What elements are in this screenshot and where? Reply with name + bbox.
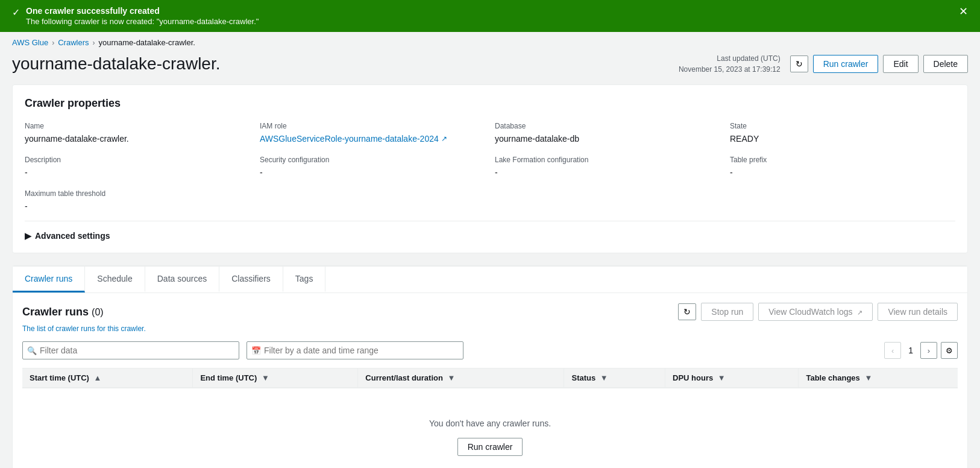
col-end-time[interactable]: End time (UTC) ▼ [193, 368, 358, 388]
lake-formation-label: Lake Formation configuration [495, 156, 720, 164]
run-crawler-header-button[interactable]: Run crawler [813, 55, 879, 73]
runs-refresh-icon: ↻ [683, 307, 691, 317]
success-icon: ✓ [12, 7, 20, 18]
run-crawler-empty-button[interactable]: Run crawler [457, 438, 523, 456]
property-description: Description - [25, 156, 250, 177]
col-dpu-hours[interactable]: DPU hours ▼ [665, 368, 799, 388]
calendar-icon: 📅 [251, 346, 261, 355]
external-link-icon: ↗ [441, 134, 447, 143]
col-dpu-hours-label: DPU hours [673, 373, 713, 382]
advanced-settings-arrow: ▶ [25, 231, 31, 241]
table-prefix-value: - [730, 168, 955, 177]
view-cloudwatch-button[interactable]: View CloudWatch logs ↗ [758, 303, 873, 321]
property-table-prefix: Table prefix - [730, 156, 955, 177]
tab-tags[interactable]: Tags [283, 267, 326, 292]
sort-dpu-icon: ▼ [718, 373, 726, 382]
last-updated-value: November 15, 2023 at 17:39:12 [679, 64, 781, 75]
col-start-time-label: Start time (UTC) [30, 373, 89, 382]
runs-title: Crawler runs (0) [22, 306, 104, 318]
name-label: Name [25, 122, 250, 130]
runs-actions: ↻ Stop run View CloudWatch logs ↗ View r… [678, 303, 958, 321]
external-icon-cloudwatch: ↗ [857, 309, 862, 316]
lake-formation-value: - [495, 168, 720, 177]
edit-button[interactable]: Edit [883, 55, 918, 73]
runs-subtitle: The list of crawler runs for this crawle… [22, 324, 958, 333]
advanced-settings-toggle[interactable]: ▶ Advanced settings [25, 221, 955, 241]
runs-section: Crawler runs (0) ↻ Stop run View CloudWa… [12, 293, 968, 468]
banner-subtitle: The following crawler is now created: "y… [26, 17, 259, 26]
pagination-wrap: ‹ 1 › ⚙ [884, 342, 958, 359]
banner-text: One crawler successfully created The fol… [26, 6, 259, 26]
tab-schedule[interactable]: Schedule [85, 267, 145, 292]
col-table-changes[interactable]: Table changes ▼ [799, 368, 958, 388]
tab-crawler-runs[interactable]: Crawler runs [13, 267, 85, 292]
settings-icon: ⚙ [946, 346, 953, 355]
security-value: - [260, 168, 485, 177]
banner-title: One crawler successfully created [26, 6, 259, 16]
properties-card: Crawler properties Name yourname-datalak… [12, 84, 968, 253]
page-title: yourname-datalake-crawler. [12, 54, 221, 74]
search-icon: 🔍 [27, 346, 37, 355]
empty-state: You don't have any crawler runs. Run cra… [30, 394, 950, 468]
filter-row: 🔍 📅 ‹ 1 › ⚙ [22, 341, 958, 359]
col-duration[interactable]: Current/last duration ▼ [358, 368, 564, 388]
page-number: 1 [905, 346, 917, 355]
property-security: Security configuration - [260, 156, 485, 177]
col-table-changes-label: Table changes [806, 373, 859, 382]
view-run-details-button[interactable]: View run details [878, 303, 958, 321]
delete-button[interactable]: Delete [923, 55, 968, 73]
close-banner-button[interactable]: ✕ [959, 6, 968, 17]
success-banner: ✓ One crawler successfully created The f… [0, 0, 980, 32]
sort-start-time-icon: ▲ [94, 373, 102, 382]
description-label: Description [25, 156, 250, 164]
breadcrumb-sep-2: › [93, 39, 95, 47]
tabs-nav: Crawler runs Schedule Data sources Class… [13, 266, 967, 292]
col-start-time[interactable]: Start time (UTC) ▲ [22, 368, 193, 388]
database-value: yourname-datalake-db [495, 134, 720, 144]
next-page-button[interactable]: › [920, 342, 937, 359]
breadcrumb: AWS Glue › Crawlers › yourname-datalake-… [0, 32, 980, 51]
property-iam-role: IAM role AWSGlueServiceRole-yourname-dat… [260, 122, 485, 144]
state-value: READY [730, 134, 955, 144]
sort-status-icon: ▼ [600, 373, 608, 382]
prev-page-button[interactable]: ‹ [884, 342, 901, 359]
iam-role-value[interactable]: AWSGlueServiceRole-yourname-datalake-202… [260, 134, 485, 144]
sort-table-changes-icon: ▼ [864, 373, 872, 382]
database-label: Database [495, 122, 720, 130]
main-content: Crawler properties Name yourname-datalak… [0, 84, 980, 468]
page-header: yourname-datalake-crawler. Last updated … [0, 51, 980, 84]
refresh-button[interactable]: ↻ [790, 55, 808, 72]
table-settings-button[interactable]: ⚙ [941, 342, 958, 359]
description-value: - [25, 168, 250, 177]
breadcrumb-sep-1: › [52, 39, 54, 47]
tab-classifiers[interactable]: Classifiers [219, 267, 283, 292]
property-lake-formation: Lake Formation configuration - [495, 156, 720, 177]
runs-header: Crawler runs (0) ↻ Stop run View CloudWa… [22, 303, 958, 321]
property-max-table: Maximum table threshold - [25, 189, 250, 211]
max-table-label: Maximum table threshold [25, 189, 250, 198]
runs-refresh-button[interactable]: ↻ [678, 303, 696, 320]
breadcrumb-current: yourname-datalake-crawler. [99, 38, 195, 47]
tabs-wrapper: Crawler runs Schedule Data sources Class… [12, 265, 968, 293]
banner-content: ✓ One crawler successfully created The f… [12, 6, 259, 26]
table-prefix-label: Table prefix [730, 156, 955, 164]
breadcrumb-home-link[interactable]: AWS Glue [12, 38, 48, 47]
col-duration-label: Current/last duration [365, 373, 443, 382]
col-end-time-label: End time (UTC) [200, 373, 257, 382]
last-updated: Last updated (UTC) November 15, 2023 at … [679, 53, 781, 75]
sort-duration-icon: ▼ [448, 373, 456, 382]
sort-end-time-icon: ▼ [262, 373, 269, 382]
filter-input-wrap: 🔍 [22, 341, 239, 359]
col-status[interactable]: Status ▼ [564, 368, 665, 388]
tab-data-sources[interactable]: Data sources [145, 267, 219, 292]
properties-grid: Name yourname-datalake-crawler. IAM role… [25, 122, 955, 211]
col-status-label: Status [571, 373, 595, 382]
filter-data-input[interactable] [22, 341, 239, 359]
date-filter-wrap: 📅 [247, 341, 463, 359]
breadcrumb-parent-link[interactable]: Crawlers [58, 38, 89, 47]
iam-role-label: IAM role [260, 122, 485, 130]
crawler-runs-table: Start time (UTC) ▲ End time (UTC) ▼ Curr… [22, 368, 958, 468]
stop-run-button[interactable]: Stop run [701, 303, 753, 321]
card-title: Crawler properties [25, 97, 955, 110]
date-filter-input[interactable] [247, 341, 463, 359]
